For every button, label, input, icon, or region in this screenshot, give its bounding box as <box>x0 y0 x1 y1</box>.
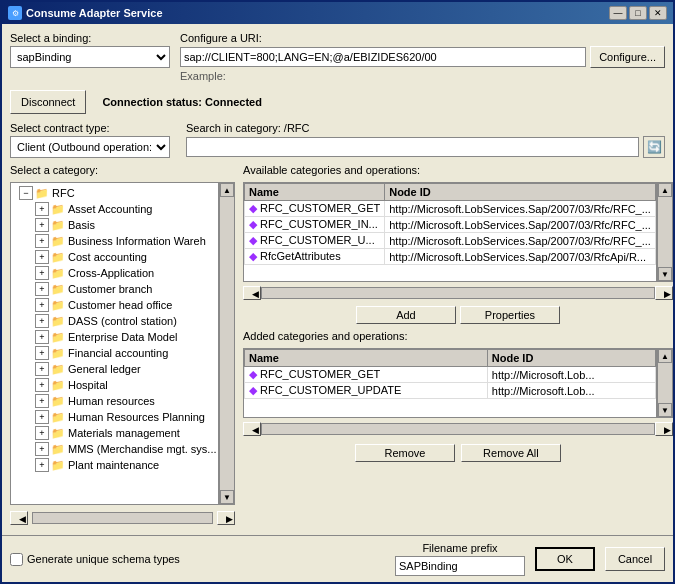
label-materials: Materials management <box>68 427 180 439</box>
connection-status: Connection status: Connected <box>102 96 262 108</box>
folder-materials: 📁 <box>51 427 65 440</box>
tree-item-hrp[interactable]: + 📁 Human Resources Planning <box>31 409 216 425</box>
added-scroll-right[interactable]: ▶ <box>655 422 673 436</box>
available-row-2-name: ◆RFC_CUSTOMER_IN... <box>245 217 385 233</box>
expand-hospital[interactable]: + <box>35 378 49 392</box>
title-bar-left: ⚙ Consume Adapter Service <box>8 6 163 20</box>
uri-input[interactable] <box>180 47 586 67</box>
close-button[interactable]: ✕ <box>649 6 667 20</box>
tree-item-binfo[interactable]: + 📁 Business Information Wareh <box>31 233 216 249</box>
expand-customer-head[interactable]: + <box>35 298 49 312</box>
expand-financial[interactable]: + <box>35 346 49 360</box>
expand-hr[interactable]: + <box>35 394 49 408</box>
tree-item-materials[interactable]: + 📁 Materials management <box>31 425 216 441</box>
maximize-button[interactable]: □ <box>629 6 647 20</box>
tree-item-cross[interactable]: + 📁 Cross-Application <box>31 265 216 281</box>
available-scroll-left[interactable]: ◀ <box>243 286 261 300</box>
contract-select[interactable]: Client (Outbound operation: <box>10 136 170 158</box>
search-input[interactable] <box>186 137 639 157</box>
added-col-name: Name <box>245 350 488 367</box>
tree-vscrollbar[interactable]: ▲ ▼ <box>219 182 235 505</box>
available-scroll-right[interactable]: ▶ <box>655 286 673 300</box>
added-table: Name Node ID ◆RFC_CUSTOMER_GET http://Mi… <box>244 349 656 399</box>
expand-asset[interactable]: + <box>35 202 49 216</box>
rfc-expand-icon[interactable]: − <box>19 186 33 200</box>
dialog-content: Select a binding: sapBinding Configure a… <box>2 24 673 535</box>
tree-item-human-resources[interactable]: + 📁 Human resources <box>31 393 216 409</box>
generate-unique-text: Generate unique schema types <box>27 553 180 565</box>
expand-plant[interactable]: + <box>35 458 49 472</box>
binding-select[interactable]: sapBinding <box>10 46 170 68</box>
tree-item-enterprise[interactable]: + 📁 Enterprise Data Model <box>31 329 216 345</box>
tree-item-cost[interactable]: + 📁 Cost accounting <box>31 249 216 265</box>
generate-unique-checkbox[interactable] <box>10 553 23 566</box>
cancel-button[interactable]: Cancel <box>605 547 665 571</box>
properties-button[interactable]: Properties <box>460 306 560 324</box>
search-button[interactable]: 🔄 <box>643 136 665 158</box>
tree-root-node: − 📁 RFC + 📁 Asset Accounting <box>13 185 216 473</box>
generate-unique-label[interactable]: Generate unique schema types <box>10 553 180 566</box>
ok-button[interactable]: OK <box>535 547 595 571</box>
available-row-4[interactable]: ◆RfcGetAttributes http://Microsoft.LobSe… <box>245 249 656 265</box>
tree-nav-left[interactable]: ◀ <box>10 511 28 525</box>
expand-materials[interactable]: + <box>35 426 49 440</box>
tree-item-asset-accounting[interactable]: + 📁 Asset Accounting <box>31 201 216 217</box>
tree-scroll-up[interactable]: ▲ <box>220 183 234 197</box>
expand-customer-branch[interactable]: + <box>35 282 49 296</box>
added-scroll-down[interactable]: ▼ <box>658 403 672 417</box>
category-tree[interactable]: − 📁 RFC + 📁 Asset Accounting <box>10 182 219 505</box>
minimize-button[interactable]: — <box>609 6 627 20</box>
expand-mms[interactable]: + <box>35 442 49 456</box>
tree-node-rfc[interactable]: − 📁 RFC <box>15 185 216 201</box>
contract-label: Select contract type: <box>10 122 170 134</box>
folder-asset: 📁 <box>51 203 65 216</box>
remove-all-button[interactable]: Remove All <box>461 444 561 462</box>
expand-dass[interactable]: + <box>35 314 49 328</box>
added-row-1[interactable]: ◆RFC_CUSTOMER_GET http://Microsoft.Lob..… <box>245 367 656 383</box>
tree-item-general-ledger[interactable]: + 📁 General ledger <box>31 361 216 377</box>
expand-cross[interactable]: + <box>35 266 49 280</box>
filename-input[interactable] <box>395 556 525 576</box>
available-vscrollbar[interactable]: ▲ ▼ <box>657 182 673 282</box>
tree-nav-row: ◀ ▶ <box>10 509 235 527</box>
added-scroll-left[interactable]: ◀ <box>243 422 261 436</box>
available-scroll-up[interactable]: ▲ <box>658 183 672 197</box>
added-vscrollbar[interactable]: ▲ ▼ <box>657 348 673 418</box>
label-financial: Financial accounting <box>68 347 168 359</box>
added-row-2[interactable]: ◆RFC_CUSTOMER_UPDATE http://Microsoft.Lo… <box>245 383 656 399</box>
tree-item-hospital[interactable]: + 📁 Hospital <box>31 377 216 393</box>
label-cross: Cross-Application <box>68 267 154 279</box>
tree-item-customer-head[interactable]: + 📁 Customer head office <box>31 297 216 313</box>
tree-scroll-down[interactable]: ▼ <box>220 490 234 504</box>
disconnect-button[interactable]: Disconnect <box>10 90 86 114</box>
label-hr: Human resources <box>68 395 155 407</box>
expand-cost[interactable]: + <box>35 250 49 264</box>
tree-item-mms[interactable]: + 📁 MMS (Merchandise mgt. sys... <box>31 441 216 457</box>
example-label: Example: <box>180 70 665 82</box>
add-button[interactable]: Add <box>356 306 456 324</box>
tree-item-dass[interactable]: + 📁 DASS (control station) <box>31 313 216 329</box>
available-row-2[interactable]: ◆RFC_CUSTOMER_IN... http://Microsoft.Lob… <box>245 217 656 233</box>
tree-children: + 📁 Asset Accounting + 📁 Basis <box>15 201 216 473</box>
available-scroll-down[interactable]: ▼ <box>658 267 672 281</box>
available-row-3-name: ◆RFC_CUSTOMER_U... <box>245 233 385 249</box>
expand-hrp[interactable]: + <box>35 410 49 424</box>
tree-item-plant[interactable]: + 📁 Plant maintenance <box>31 457 216 473</box>
expand-binfo[interactable]: + <box>35 234 49 248</box>
added-scroll-up[interactable]: ▲ <box>658 349 672 363</box>
folder-financial: 📁 <box>51 347 65 360</box>
added-col-nodeid: Node ID <box>487 350 655 367</box>
remove-button[interactable]: Remove <box>355 444 455 462</box>
tree-nav-right[interactable]: ▶ <box>217 511 235 525</box>
expand-enterprise[interactable]: + <box>35 330 49 344</box>
expand-general-ledger[interactable]: + <box>35 362 49 376</box>
tree-item-basis[interactable]: + 📁 Basis <box>31 217 216 233</box>
available-table-container[interactable]: Name Node ID ◆RFC_CUSTOMER_GET http://Mi… <box>243 182 657 282</box>
expand-basis[interactable]: + <box>35 218 49 232</box>
configure-button[interactable]: Configure... <box>590 46 665 68</box>
available-row-3[interactable]: ◆RFC_CUSTOMER_U... http://Microsoft.LobS… <box>245 233 656 249</box>
tree-item-financial[interactable]: + 📁 Financial accounting <box>31 345 216 361</box>
tree-item-customer-branch[interactable]: + 📁 Customer branch <box>31 281 216 297</box>
available-row-1[interactable]: ◆RFC_CUSTOMER_GET http://Microsoft.LobSe… <box>245 201 656 217</box>
added-table-container[interactable]: Name Node ID ◆RFC_CUSTOMER_GET http://Mi… <box>243 348 657 418</box>
